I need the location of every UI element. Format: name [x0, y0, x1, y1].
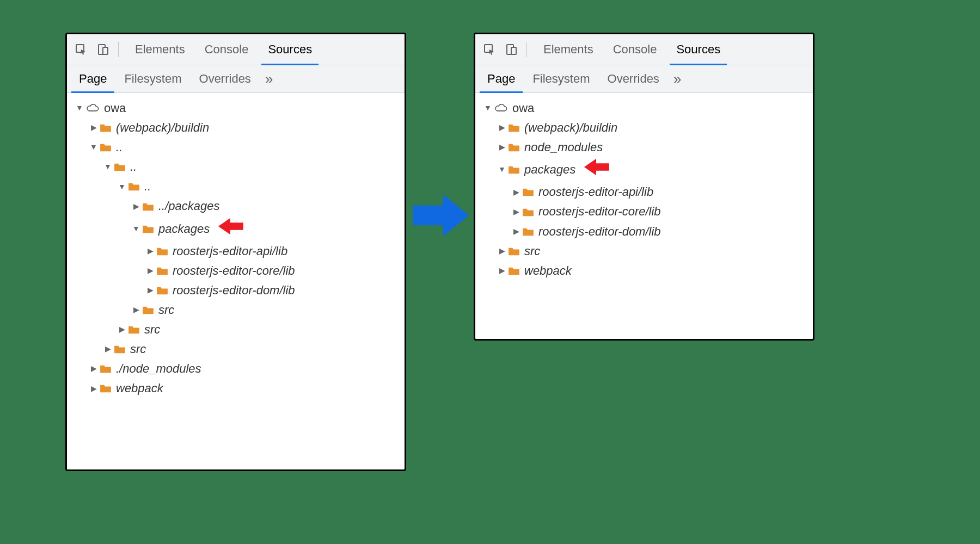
- tree-item[interactable]: ▼ ..: [71, 177, 400, 196]
- folder-icon: [508, 123, 520, 133]
- tab-console[interactable]: Console: [195, 34, 259, 65]
- devtools-panel-right: Elements Console Sources Page Filesystem…: [474, 33, 814, 341]
- tab-elements-label: Elements: [543, 42, 593, 57]
- chevron-right-icon[interactable]: ▶: [498, 265, 506, 277]
- chevron-right-icon[interactable]: ▶: [90, 363, 97, 375]
- top-tabbar: Elements Console Sources: [475, 34, 813, 65]
- folder-label: ./node_modules: [116, 360, 201, 378]
- folder-label: roosterjs-editor-core/lib: [538, 202, 661, 221]
- chevron-down-icon[interactable]: ▼: [498, 164, 506, 176]
- device-toggle-icon[interactable]: [501, 40, 521, 59]
- tree-item-packages[interactable]: ▼ packages: [480, 157, 808, 182]
- chevron-down-icon[interactable]: ▼: [104, 161, 112, 173]
- tab-sources[interactable]: Sources: [666, 34, 730, 65]
- folder-label: webpack: [524, 262, 572, 280]
- folder-label: roosterjs-editor-core/lib: [173, 262, 295, 280]
- tree-item[interactable]: ▶ src: [71, 339, 400, 359]
- tree-item[interactable]: ▶ webpack: [71, 379, 400, 398]
- tree-item[interactable]: ▶ roosterjs-editor-core/lib: [480, 202, 808, 221]
- tree-item[interactable]: ▶ roosterjs-editor-api/lib: [71, 242, 400, 261]
- tree-item[interactable]: ▶ roosterjs-editor-core/lib: [71, 261, 400, 281]
- tab-elements[interactable]: Elements: [125, 34, 195, 65]
- sub-tabbar: Page Filesystem Overrides »: [475, 65, 813, 93]
- tab-sources[interactable]: Sources: [258, 34, 322, 65]
- svg-rect-2: [103, 47, 108, 54]
- folder-label: roosterjs-editor-api/lib: [538, 183, 653, 201]
- folder-label: roosterjs-editor-api/lib: [173, 242, 287, 261]
- folder-icon: [508, 143, 520, 152]
- tree-root[interactable]: ▼ owa: [71, 98, 400, 118]
- folder-icon: [156, 266, 168, 276]
- chevron-right-icon[interactable]: ▶: [90, 383, 97, 395]
- folder-label: src: [144, 320, 160, 339]
- chevron-right-icon[interactable]: ▶: [146, 245, 154, 257]
- folder-icon: [128, 182, 140, 191]
- chevron-right-icon[interactable]: ▶: [512, 187, 520, 199]
- device-toggle-icon[interactable]: [93, 40, 113, 59]
- chevron-right-icon[interactable]: ▶: [118, 324, 126, 336]
- folder-label: webpack: [116, 379, 163, 398]
- tree-item[interactable]: ▶ src: [480, 242, 808, 261]
- tree-item[interactable]: ▶ roosterjs-editor-dom/lib: [71, 281, 400, 300]
- tree-item[interactable]: ▶ roosterjs-editor-api/lib: [480, 182, 808, 202]
- tree-item[interactable]: ▶ ./node_modules: [71, 359, 400, 379]
- tree-item[interactable]: ▼ ..: [71, 157, 400, 177]
- chevron-right-icon[interactable]: ▶: [146, 285, 154, 296]
- chevron-down-icon[interactable]: ▼: [90, 141, 97, 153]
- folder-icon: [142, 202, 154, 212]
- tree-item[interactable]: ▶ webpack: [480, 261, 808, 281]
- divider: [118, 42, 119, 57]
- tree-item[interactable]: ▶ (webpack)/buildin: [71, 118, 400, 138]
- subtab-filesystem[interactable]: Filesystem: [524, 65, 598, 92]
- tree-root[interactable]: ▼ owa: [480, 98, 808, 118]
- chevron-right-icon[interactable]: ▶: [498, 122, 506, 134]
- folder-label: node_modules: [524, 138, 603, 157]
- tree-item[interactable]: ▶ node_modules: [480, 138, 808, 157]
- folder-icon: [142, 224, 154, 234]
- tab-console[interactable]: Console: [603, 34, 667, 65]
- chevron-right-icon[interactable]: ▶: [512, 226, 520, 238]
- select-element-icon[interactable]: [71, 40, 91, 59]
- folder-icon: [522, 227, 534, 237]
- chevron-right-icon[interactable]: ▶: [498, 245, 506, 257]
- chevron-down-icon[interactable]: ▼: [76, 102, 83, 114]
- subtab-page[interactable]: Page: [70, 65, 115, 92]
- tab-elements[interactable]: Elements: [534, 34, 603, 65]
- select-element-icon[interactable]: [480, 40, 499, 59]
- chevron-right-icon[interactable]: ▶: [512, 206, 520, 218]
- folder-label: (webpack)/buildin: [116, 119, 209, 137]
- overflow-icon[interactable]: »: [260, 71, 278, 88]
- tree-item-packages[interactable]: ▼ packages: [71, 217, 400, 242]
- tree-item[interactable]: ▶ src: [71, 300, 400, 320]
- tree-item[interactable]: ▶ src: [71, 320, 400, 339]
- chevron-down-icon[interactable]: ▼: [484, 102, 492, 114]
- chevron-right-icon[interactable]: ▶: [146, 265, 154, 277]
- svg-rect-5: [511, 47, 516, 54]
- tree-item[interactable]: ▶ (webpack)/buildin: [480, 118, 808, 138]
- subtab-page[interactable]: Page: [479, 65, 524, 92]
- folder-icon: [508, 266, 520, 276]
- subtab-overrides[interactable]: Overrides: [599, 65, 668, 92]
- folder-icon: [522, 187, 534, 197]
- chevron-right-icon[interactable]: ▶: [132, 304, 140, 316]
- chevron-right-icon[interactable]: ▶: [104, 343, 112, 355]
- folder-icon: [100, 364, 112, 374]
- subtab-overrides[interactable]: Overrides: [191, 65, 260, 92]
- overflow-icon[interactable]: »: [668, 71, 687, 88]
- subtab-filesystem[interactable]: Filesystem: [115, 65, 190, 92]
- folder-icon: [522, 207, 534, 217]
- tree-item[interactable]: ▼ ..: [71, 138, 400, 157]
- folder-label: packages: [524, 160, 575, 179]
- folder-label: ..: [116, 138, 122, 157]
- tree-item[interactable]: ▶ ../packages: [71, 196, 400, 216]
- chevron-right-icon[interactable]: ▶: [90, 122, 97, 134]
- tab-sources-label: Sources: [676, 42, 720, 57]
- divider: [526, 42, 527, 57]
- chevron-down-icon[interactable]: ▼: [118, 181, 126, 193]
- top-tabbar: Elements Console Sources: [67, 34, 405, 65]
- tree-item[interactable]: ▶ roosterjs-editor-dom/lib: [480, 222, 808, 242]
- chevron-right-icon[interactable]: ▶: [132, 201, 140, 213]
- subtab-filesystem-label: Filesystem: [532, 72, 590, 86]
- chevron-right-icon[interactable]: ▶: [498, 141, 506, 153]
- chevron-down-icon[interactable]: ▼: [132, 223, 140, 235]
